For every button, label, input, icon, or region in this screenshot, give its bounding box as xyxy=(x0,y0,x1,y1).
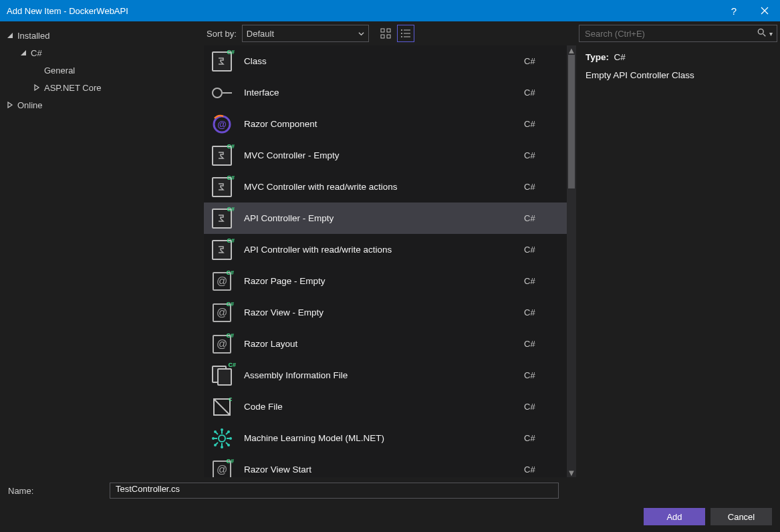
sort-by-label: Sort by: xyxy=(207,29,237,39)
svg-point-6 xyxy=(401,29,402,31)
template-description: Empty API Controller Class xyxy=(586,70,771,80)
template-item[interactable]: Machine Learning Model (ML.NET)C# xyxy=(204,422,567,454)
template-item[interactable]: Razor Page - EmptyC# xyxy=(204,265,567,297)
template-item-name: Razor View Start xyxy=(244,464,513,475)
template-item-name: Razor Page - Empty xyxy=(244,276,513,286)
tree-item-asp-net-core[interactable]: ASP.NET Core xyxy=(3,79,204,96)
name-input[interactable] xyxy=(114,483,554,495)
scrollbar-thumb[interactable] xyxy=(568,55,575,188)
template-item-name: Assembly Information File xyxy=(244,370,513,380)
add-button[interactable]: Add xyxy=(644,508,705,525)
template-item[interactable]: MVC Controller with read/write actionsC# xyxy=(204,171,567,203)
interface-icon xyxy=(211,82,233,104)
help-button[interactable]: ? xyxy=(719,0,749,21)
razor-component-icon: @ xyxy=(211,113,233,136)
search-box[interactable]: ▾ xyxy=(579,25,777,42)
add-new-item-dialog: Add New Item - DockerWebAPI ? InstalledC… xyxy=(0,0,780,532)
template-item-language: C# xyxy=(524,402,551,412)
svg-line-34 xyxy=(763,33,766,36)
window-title: Add New Item - DockerWebAPI xyxy=(7,6,128,16)
csharp-class-icon xyxy=(211,50,233,73)
sort-by-value: Default xyxy=(247,29,274,39)
template-item[interactable]: Razor View - EmptyC# xyxy=(204,297,567,328)
dialog-buttons: Add Cancel xyxy=(8,508,772,525)
tree-item-label: C# xyxy=(31,48,42,58)
template-item-language: C# xyxy=(524,119,551,129)
svg-rect-2 xyxy=(381,29,384,32)
name-line: Name: xyxy=(8,483,772,499)
template-item-name: Machine Learning Model (ML.NET) xyxy=(244,433,513,443)
template-item-language: C# xyxy=(524,150,551,160)
ml-model-icon xyxy=(211,427,233,450)
template-item[interactable]: Razor LayoutC# xyxy=(204,328,567,360)
tree-item-label: General xyxy=(44,65,75,76)
template-item-language: C# xyxy=(524,464,551,475)
type-label: Type: xyxy=(586,52,609,62)
template-item-language: C# xyxy=(524,88,551,98)
tree-item-c-[interactable]: C# xyxy=(3,44,204,61)
cancel-button[interactable]: Cancel xyxy=(710,508,772,525)
svg-point-25 xyxy=(221,428,223,431)
scroll-up-arrow-icon[interactable]: ▲ xyxy=(567,45,576,55)
template-item[interactable]: Assembly Information FileC# xyxy=(204,360,567,391)
template-item-language: C# xyxy=(524,245,551,255)
search-input[interactable] xyxy=(583,28,757,39)
template-item-name: API Controller with read/write actions xyxy=(244,245,513,255)
vertical-scrollbar[interactable]: ▲ ▼ xyxy=(567,45,576,477)
template-item-name: Razor Layout xyxy=(244,339,513,349)
template-item[interactable]: @Razor ComponentC# xyxy=(204,108,567,140)
sort-by-combo[interactable]: Default xyxy=(242,25,369,42)
svg-point-31 xyxy=(227,430,230,433)
category-tree: InstalledC#GeneralASP.NET CoreOnline xyxy=(0,21,204,477)
tree-item-label: Online xyxy=(17,100,43,110)
razor-page-icon xyxy=(211,270,233,293)
template-list-wrap: ClassC#InterfaceC#@Razor ComponentC#MVC … xyxy=(204,45,576,477)
svg-point-8 xyxy=(401,33,402,34)
close-icon xyxy=(761,7,769,15)
template-list[interactable]: ClassC#InterfaceC#@Razor ComponentC#MVC … xyxy=(204,45,567,477)
search-wrap: ▾ xyxy=(576,21,780,45)
tree-item-installed[interactable]: Installed xyxy=(3,27,204,44)
csharp-class-icon xyxy=(211,144,233,167)
svg-text:C#: C# xyxy=(229,397,232,402)
template-item[interactable]: InterfaceC# xyxy=(204,77,567,108)
chevron-down-icon[interactable]: ▾ xyxy=(769,30,773,37)
template-item[interactable]: Razor View StartC# xyxy=(204,454,567,477)
template-item[interactable]: API Controller - EmptyC# xyxy=(204,203,567,234)
tree-item-online[interactable]: Online xyxy=(3,96,204,114)
chevron-down-icon xyxy=(7,32,13,39)
csharp-class-icon xyxy=(211,207,233,230)
template-item-name: MVC Controller with read/write actions xyxy=(244,182,513,192)
chevron-right-icon xyxy=(7,102,13,108)
dialog-body: InstalledC#GeneralASP.NET CoreOnline Sor… xyxy=(0,21,780,477)
type-line: Type: C# xyxy=(586,52,771,62)
tree-item-general[interactable]: General xyxy=(3,61,204,79)
view-toggle-group xyxy=(377,25,414,42)
template-item-language: C# xyxy=(524,276,551,286)
chevron-down-icon xyxy=(20,49,27,56)
svg-point-26 xyxy=(221,446,223,448)
template-item[interactable]: MVC Controller - EmptyC# xyxy=(204,140,567,171)
svg-rect-3 xyxy=(387,29,390,32)
template-item[interactable]: ClassC# xyxy=(204,45,567,77)
template-item-name: Class xyxy=(244,56,513,66)
name-label: Name: xyxy=(8,486,102,496)
template-details: Type: C# Empty API Controller Class xyxy=(576,45,780,87)
svg-point-10 xyxy=(401,36,402,37)
razor-page-icon xyxy=(211,458,233,478)
view-medium-icons-button[interactable] xyxy=(377,25,394,42)
tree-indent-spacer xyxy=(33,67,40,74)
csharp-class-icon xyxy=(211,176,233,198)
svg-point-16 xyxy=(219,435,225,442)
svg-point-28 xyxy=(229,437,232,440)
tree-item-label: ASP.NET Core xyxy=(44,83,102,93)
search-icon[interactable] xyxy=(757,28,767,39)
grid-icon xyxy=(380,28,391,39)
name-input-wrap[interactable] xyxy=(110,483,559,499)
view-small-icons-button[interactable] xyxy=(397,25,414,42)
template-item[interactable]: API Controller with read/write actionsC# xyxy=(204,234,567,265)
close-button[interactable] xyxy=(749,0,780,21)
template-item[interactable]: C#Code FileC# xyxy=(204,391,567,422)
scroll-down-arrow-icon[interactable]: ▼ xyxy=(567,468,576,477)
razor-page-icon xyxy=(211,301,233,324)
